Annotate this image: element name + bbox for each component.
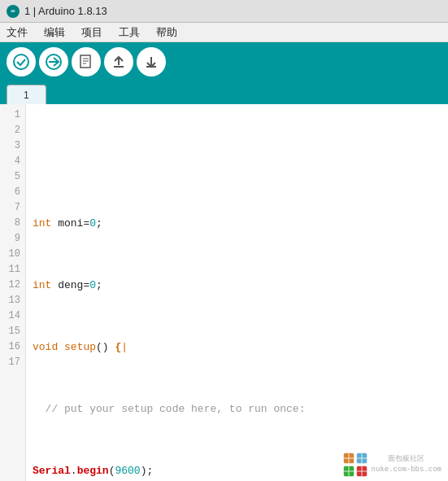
line-num-3: 3	[0, 138, 20, 154]
save-button[interactable]	[137, 47, 166, 77]
line-num-12: 12	[0, 278, 20, 293]
new-button[interactable]	[72, 47, 101, 77]
line-numbers: 1 2 3 4 5 6 7 8 9 10 11 12 13 14 15 16 1…	[0, 104, 26, 481]
watermark: 面包板社区nuke.com-bbs.com	[342, 452, 441, 478]
watermark-logo	[342, 452, 368, 478]
toolbar	[0, 42, 448, 81]
code-line-3: int deng=0;	[33, 278, 441, 293]
line-num-9: 9	[0, 231, 20, 247]
line-num-16: 16	[0, 339, 20, 355]
menu-help[interactable]: 帮助	[154, 25, 179, 40]
line-num-8: 8	[0, 216, 20, 231]
line-num-4: 4	[0, 154, 20, 169]
code-editor[interactable]: int moni=0; int deng=0; void setup() {| …	[26, 104, 448, 481]
line-num-17: 17	[0, 355, 20, 370]
menu-project[interactable]: 项目	[80, 25, 104, 40]
app-icon: ∞	[7, 5, 20, 18]
code-line-1	[33, 154, 441, 169]
line-num-5: 5	[0, 169, 20, 185]
line-num-11: 11	[0, 262, 20, 278]
code-line-4: void setup() {|	[33, 339, 441, 355]
upload-button[interactable]	[39, 47, 68, 77]
line-num-1: 1	[0, 107, 20, 123]
line-num-13: 13	[0, 293, 20, 308]
menu-tools[interactable]: 工具	[117, 25, 141, 40]
verify-button[interactable]	[7, 47, 36, 77]
line-num-2: 2	[0, 123, 20, 138]
tab-bar: 1	[0, 81, 448, 104]
open-button[interactable]	[104, 47, 133, 77]
watermark-text: 面包板社区nuke.com-bbs.com	[372, 454, 441, 474]
menu-file[interactable]: 文件	[5, 25, 29, 40]
code-line-2: int moni=0;	[33, 216, 441, 231]
code-line-5: // put your setup code here, to run once…	[33, 401, 441, 417]
code-area: 1 2 3 4 5 6 7 8 9 10 11 12 13 14 15 16 1…	[0, 104, 448, 481]
title-bar: ∞ 1 | Arduino 1.8.13	[0, 0, 448, 23]
line-num-10: 10	[0, 247, 20, 262]
line-num-15: 15	[0, 324, 20, 339]
window-title: 1 | Arduino 1.8.13	[24, 5, 107, 17]
svg-point-0	[14, 55, 28, 69]
line-num-7: 7	[0, 200, 20, 216]
menu-edit[interactable]: 编辑	[42, 25, 67, 40]
menu-bar: 文件 编辑 项目 工具 帮助	[0, 23, 448, 42]
line-num-14: 14	[0, 308, 20, 324]
tab-1[interactable]: 1	[7, 85, 46, 104]
line-num-6: 6	[0, 185, 20, 200]
